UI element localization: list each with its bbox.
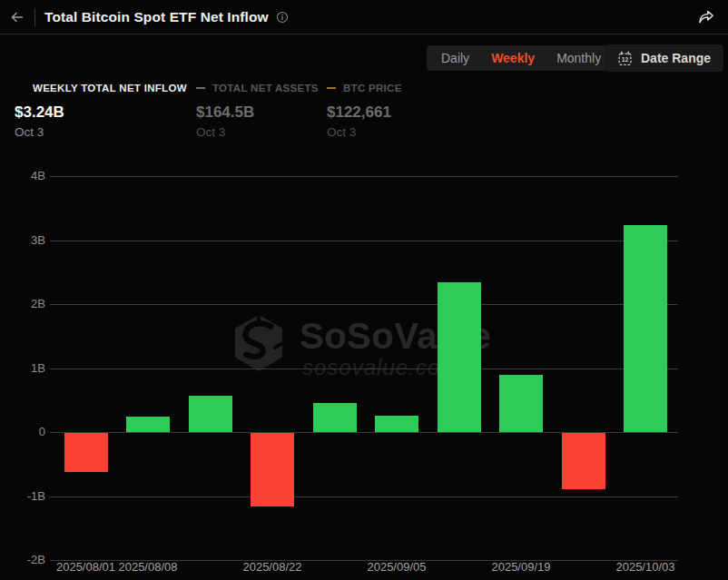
legend-date: Oct 3 bbox=[15, 125, 187, 139]
y-axis-tick-label: 2B bbox=[5, 297, 45, 310]
y-axis-tick-label: 0 bbox=[5, 425, 45, 438]
sosovalue-cube-logo bbox=[232, 312, 285, 374]
share-icon bbox=[697, 8, 715, 26]
y-axis-tick-label: 3B bbox=[5, 233, 45, 247]
x-axis-tick-label: 2025/10/03 bbox=[586, 560, 704, 574]
legend-item-weekly-net-inflow[interactable]: WEEKLY TOTAL NET INFLOW $3.24B Oct 3 bbox=[15, 82, 187, 139]
positive-inflow-bar[interactable] bbox=[375, 416, 418, 432]
x-axis-tick-label: 2025/09/05 bbox=[338, 560, 456, 574]
gridline bbox=[50, 176, 678, 177]
legend-label: TOTAL NET ASSETS bbox=[212, 83, 319, 93]
header: Total Bitcoin Spot ETF Net Inflow bbox=[0, 0, 728, 34]
gridline bbox=[50, 304, 678, 305]
negative-inflow-bar[interactable] bbox=[64, 433, 108, 472]
gridline bbox=[50, 241, 678, 241]
amber-dash-icon bbox=[327, 87, 336, 89]
etf-net-inflow-page: Total Bitcoin Spot ETF Net Inflow Daily … bbox=[0, 0, 728, 580]
negative-inflow-bar[interactable] bbox=[251, 433, 294, 506]
y-axis-tick-label: 4B bbox=[5, 169, 45, 182]
legend-item-total-net-assets[interactable]: TOTAL NET ASSETS $164.5B Oct 3 bbox=[196, 82, 319, 139]
positive-inflow-bar[interactable] bbox=[624, 225, 667, 432]
positive-inflow-bar[interactable] bbox=[499, 375, 543, 432]
svg-text:12: 12 bbox=[622, 56, 629, 63]
green-red-square-icon bbox=[15, 83, 25, 93]
positive-inflow-bar[interactable] bbox=[313, 403, 357, 432]
x-axis-tick-label: 2025/09/19 bbox=[462, 560, 580, 574]
back-button[interactable] bbox=[5, 5, 29, 29]
positive-inflow-bar[interactable] bbox=[126, 417, 170, 432]
legend-value: $3.24B bbox=[15, 103, 187, 122]
share-button[interactable] bbox=[694, 5, 719, 30]
x-axis-tick-label: 2025/08/22 bbox=[213, 560, 331, 574]
tab-daily[interactable]: Daily bbox=[430, 45, 480, 71]
legend-date: Oct 3 bbox=[196, 125, 319, 139]
x-axis-tick-label: 2025/08/08 bbox=[89, 560, 207, 574]
page-title: Total Bitcoin Spot ETF Net Inflow bbox=[44, 9, 269, 25]
legend-value: $122,661 bbox=[327, 103, 402, 122]
y-axis-tick-label: -1B bbox=[5, 489, 45, 503]
gridline bbox=[50, 369, 678, 369]
negative-inflow-bar[interactable] bbox=[562, 433, 605, 489]
legend-date: Oct 3 bbox=[327, 125, 402, 139]
date-range-button[interactable]: 12 Date Range bbox=[605, 44, 723, 72]
legend-item-btc-price[interactable]: BTC PRICE $122,661 Oct 3 bbox=[327, 82, 402, 139]
net-inflow-bar-chart: SoSoValue sosovalue.com 4B3B2B1B0-1B-2B2… bbox=[0, 163, 728, 580]
tab-monthly[interactable]: Monthly bbox=[546, 45, 612, 71]
calendar-icon: 12 bbox=[617, 51, 633, 66]
positive-inflow-bar[interactable] bbox=[189, 396, 232, 432]
legend-label: WEEKLY TOTAL NET INFLOW bbox=[33, 83, 187, 93]
legend-value: $164.5B bbox=[196, 103, 319, 122]
header-divider bbox=[34, 8, 35, 26]
gray-dash-icon bbox=[196, 87, 205, 89]
date-range-label: Date Range bbox=[641, 51, 711, 65]
legend-label: BTC PRICE bbox=[343, 83, 402, 93]
arrow-left-icon bbox=[10, 10, 25, 25]
y-axis-tick-label: 1B bbox=[5, 361, 45, 375]
tab-weekly[interactable]: Weekly bbox=[480, 45, 546, 71]
info-icon[interactable] bbox=[276, 11, 289, 24]
positive-inflow-bar[interactable] bbox=[438, 282, 481, 432]
period-tab-group: Daily Weekly Monthly bbox=[427, 45, 615, 71]
gridline bbox=[50, 496, 678, 497]
